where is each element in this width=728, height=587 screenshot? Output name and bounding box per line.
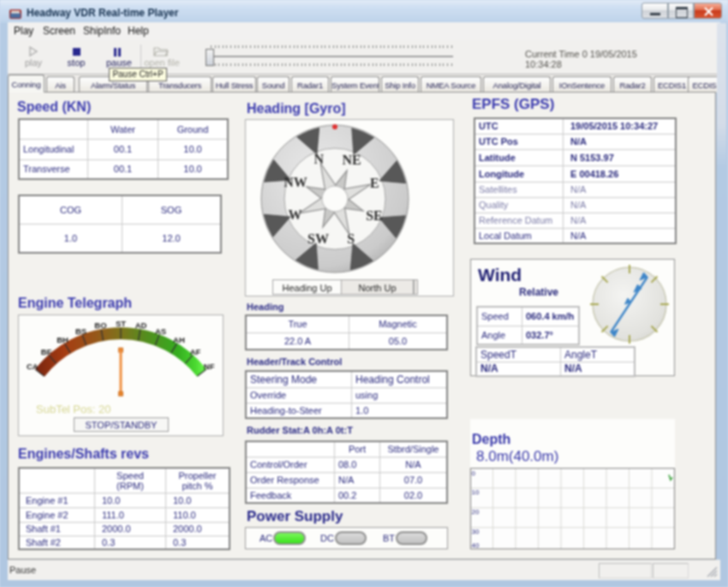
svg-text:40: 40	[472, 542, 480, 549]
svg-text:AF: AF	[190, 347, 201, 356]
svg-text:NE: NE	[342, 153, 361, 167]
svg-text:BH: BH	[57, 335, 69, 344]
svg-text:SW: SW	[307, 231, 329, 246]
svg-text:E: E	[370, 176, 379, 190]
svg-text:BS: BS	[75, 326, 87, 336]
svg-text:20: 20	[472, 508, 480, 516]
svg-text:AD: AD	[135, 320, 147, 330]
svg-text:NF: NF	[204, 362, 215, 371]
svg-text:30: 30	[472, 528, 480, 536]
svg-text:NW: NW	[283, 175, 307, 189]
svg-text:10: 10	[472, 488, 480, 496]
svg-text:0: 0	[472, 470, 476, 477]
svg-text:S: S	[347, 231, 355, 246]
svg-text:W: W	[289, 207, 302, 222]
svg-text:BO: BO	[94, 320, 106, 330]
svg-text:ST: ST	[116, 319, 126, 328]
svg-text:AH: AH	[173, 335, 185, 344]
svg-text:N: N	[314, 152, 325, 166]
svg-text:AS: AS	[155, 326, 166, 336]
svg-text:CA: CA	[27, 362, 39, 371]
svg-text:SE: SE	[366, 208, 383, 223]
svg-text:BF: BF	[41, 347, 52, 356]
